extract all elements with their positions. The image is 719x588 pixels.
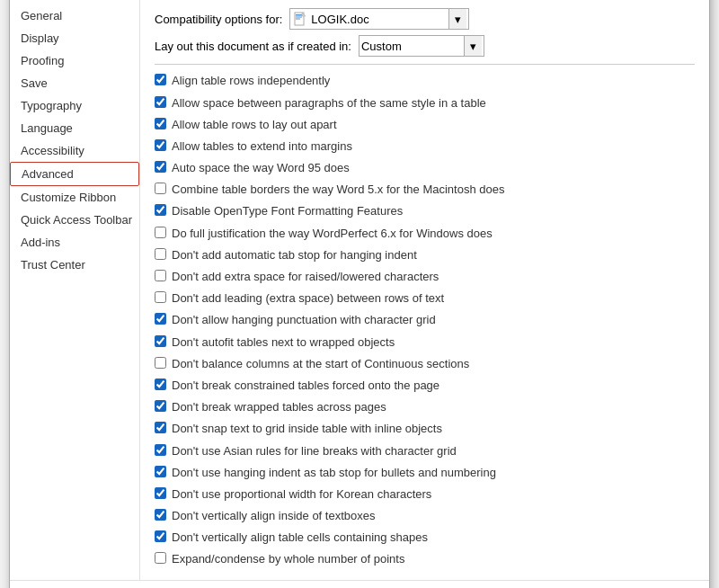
word-options-dialog: Word Options ? ✕ GeneralDisplayProofingS…: [9, 0, 710, 588]
checkbox-item-cb7: Disable OpenType Font Formatting Feature…: [155, 202, 695, 220]
checkbox-item-cb11: Don't add leading (extra space) between …: [155, 290, 695, 307]
checkbox-cb16[interactable]: [155, 400, 166, 412]
sidebar-item-language[interactable]: Language: [10, 117, 139, 139]
sidebar-item-accessibility[interactable]: Accessibility: [10, 139, 139, 162]
checkbox-item-cb5: Auto space the way Word 95 does: [155, 159, 695, 177]
checkbox-list: Align table rows independentlyAllow spac…: [155, 72, 695, 568]
doc-icon: [292, 11, 308, 27]
checkbox-label-cb9[interactable]: Don't add automatic tab stop for hanging…: [172, 247, 417, 263]
compat-for-label: Compatibility options for:: [155, 13, 282, 26]
checkbox-item-cb18: Don't use Asian rules for line breaks wi…: [155, 442, 695, 460]
checkbox-cb12[interactable]: [155, 313, 166, 325]
checkbox-cb15[interactable]: [155, 379, 166, 390]
checkbox-label-cb19[interactable]: Don't use hanging indent as tab stop for…: [172, 465, 496, 481]
compat-file-select[interactable]: LOGIK.doc ▾: [289, 8, 469, 30]
svg-rect-1: [296, 14, 302, 16]
layout-select[interactable]: Custom ▾: [359, 35, 484, 57]
compat-dropdown-arrow[interactable]: ▾: [448, 9, 466, 29]
checkbox-label-cb16[interactable]: Don't break wrapped tables across pages: [172, 399, 386, 415]
checkbox-label-cb15[interactable]: Don't break constrained tables forced on…: [172, 378, 439, 394]
checkbox-label-cb6[interactable]: Combine table borders the way Word 5.x f…: [172, 182, 504, 198]
layout-label: Lay out this document as if created in:: [155, 40, 351, 53]
checkbox-item-cb21: Don't vertically align inside of textbox…: [155, 507, 695, 525]
checkbox-label-cb2[interactable]: Allow space between paragraphs of the sa…: [172, 95, 486, 111]
checkbox-item-cb14: Don't balance columns at the start of Co…: [155, 355, 695, 373]
checkbox-item-cb10: Don't add extra space for raised/lowered…: [155, 268, 695, 286]
checkbox-cb11[interactable]: [155, 291, 166, 303]
checkbox-cb18[interactable]: [155, 444, 166, 456]
checkbox-label-cb12[interactable]: Don't allow hanging punctuation with cha…: [172, 312, 436, 328]
checkbox-item-cb15: Don't break constrained tables forced on…: [155, 377, 695, 395]
checkbox-cb8[interactable]: [155, 227, 166, 238]
sidebar-item-quick-access[interactable]: Quick Access Toolbar: [10, 209, 139, 231]
checkbox-label-cb14[interactable]: Don't balance columns at the start of Co…: [172, 356, 469, 372]
checkbox-label-cb5[interactable]: Auto space the way Word 95 does: [172, 160, 350, 176]
sidebar-item-save[interactable]: Save: [10, 72, 139, 94]
checkbox-label-cb20[interactable]: Don't use proportional width for Korean …: [172, 486, 431, 503]
checkbox-cb19[interactable]: [155, 466, 166, 477]
checkbox-item-cb12: Don't allow hanging punctuation with cha…: [155, 311, 695, 329]
checkbox-label-cb18[interactable]: Don't use Asian rules for line breaks wi…: [172, 443, 457, 459]
sidebar: GeneralDisplayProofingSaveTypographyLang…: [10, 0, 140, 580]
compat-filename: LOGIK.doc: [311, 13, 448, 26]
checkbox-label-cb10[interactable]: Don't add extra space for raised/lowered…: [172, 269, 439, 285]
checkbox-item-cb13: Don't autofit tables next to wrapped obj…: [155, 334, 695, 352]
layout-row: Lay out this document as if created in: …: [155, 35, 695, 57]
checkbox-item-cb4: Allow tables to extend into margins: [155, 138, 695, 156]
checkbox-label-cb21[interactable]: Don't vertically align inside of textbox…: [172, 508, 375, 524]
checkbox-cb14[interactable]: [155, 357, 166, 369]
checkbox-label-cb22[interactable]: Don't vertically align table cells conta…: [172, 530, 428, 546]
sidebar-item-typography[interactable]: Typography: [10, 94, 139, 117]
checkbox-item-cb20: Don't use proportional width for Korean …: [155, 486, 695, 503]
checkbox-label-cb17[interactable]: Don't snap text to grid inside table wit…: [172, 421, 442, 437]
checkbox-cb4[interactable]: [155, 139, 166, 151]
checkbox-cb7[interactable]: [155, 204, 166, 216]
checkbox-cb20[interactable]: [155, 487, 166, 499]
checkbox-label-cb11[interactable]: Don't add leading (extra space) between …: [172, 290, 444, 307]
checkbox-cb6[interactable]: [155, 183, 166, 194]
checkbox-item-cb23: Expand/condense by whole number of point…: [155, 550, 695, 568]
sidebar-item-trust-center[interactable]: Trust Center: [10, 254, 139, 276]
checkbox-cb2[interactable]: [155, 96, 166, 108]
dialog-footer: OK Cancel: [10, 580, 709, 588]
checkbox-label-cb23[interactable]: Expand/condense by whole number of point…: [172, 551, 404, 567]
checkbox-item-cb16: Don't break wrapped tables across pages: [155, 398, 695, 416]
checkbox-item-cb8: Do full justification the way WordPerfec…: [155, 225, 695, 243]
checkbox-label-cb1[interactable]: Align table rows independently: [172, 73, 330, 89]
checkbox-cb3[interactable]: [155, 118, 166, 129]
sidebar-item-general[interactable]: General: [10, 4, 139, 27]
sidebar-item-customize-ribbon[interactable]: Customize Ribbon: [10, 186, 139, 209]
checkbox-label-cb7[interactable]: Disable OpenType Font Formatting Feature…: [172, 203, 403, 219]
svg-rect-2: [296, 17, 302, 18]
checkbox-item-cb9: Don't add automatic tab stop for hanging…: [155, 246, 695, 264]
checkbox-item-cb17: Don't snap text to grid inside table wit…: [155, 420, 695, 438]
layout-value: Custom: [361, 40, 464, 53]
sidebar-item-proofing[interactable]: Proofing: [10, 49, 139, 72]
content-area: Compatibility options for: LOGIK.doc ▾: [140, 0, 709, 580]
checkbox-cb10[interactable]: [155, 270, 166, 281]
checkbox-cb21[interactable]: [155, 509, 166, 521]
checkbox-item-cb6: Combine table borders the way Word 5.x f…: [155, 181, 695, 199]
checkbox-cb22[interactable]: [155, 530, 166, 542]
checkbox-cb5[interactable]: [155, 161, 166, 173]
checkbox-cb13[interactable]: [155, 335, 166, 347]
checkbox-cb9[interactable]: [155, 248, 166, 260]
checkbox-label-cb8[interactable]: Do full justification the way WordPerfec…: [172, 226, 493, 242]
checkbox-cb17[interactable]: [155, 422, 166, 433]
sidebar-item-add-ins[interactable]: Add-ins: [10, 231, 139, 254]
checkbox-label-cb13[interactable]: Don't autofit tables next to wrapped obj…: [172, 334, 395, 351]
svg-rect-3: [296, 19, 300, 20]
sidebar-item-advanced[interactable]: Advanced: [10, 162, 139, 186]
divider: [155, 64, 695, 65]
checkbox-cb23[interactable]: [155, 552, 166, 564]
checkbox-item-cb2: Allow space between paragraphs of the sa…: [155, 94, 695, 112]
checkbox-label-cb3[interactable]: Allow table rows to lay out apart: [172, 117, 337, 133]
checkbox-item-cb3: Allow table rows to lay out apart: [155, 116, 695, 134]
checkbox-item-cb22: Don't vertically align table cells conta…: [155, 529, 695, 547]
layout-dropdown-arrow[interactable]: ▾: [464, 36, 482, 56]
checkbox-item-cb1: Align table rows independently: [155, 72, 695, 90]
checkbox-label-cb4[interactable]: Allow tables to extend into margins: [172, 138, 352, 155]
sidebar-item-display[interactable]: Display: [10, 27, 139, 49]
dialog-body: GeneralDisplayProofingSaveTypographyLang…: [10, 0, 709, 580]
checkbox-cb1[interactable]: [155, 74, 166, 85]
